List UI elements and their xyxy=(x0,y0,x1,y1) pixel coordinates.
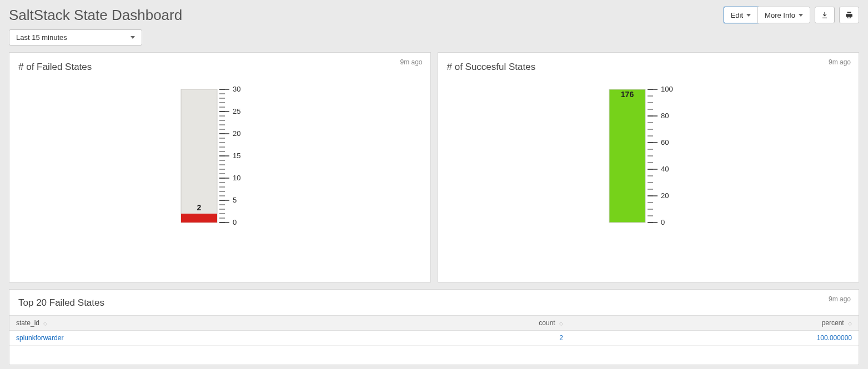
panel-title: Top 20 Failed States xyxy=(9,290,859,309)
failed-states-table: state_id ◇ count ◇ percent ◇ splunkforwa… xyxy=(9,315,859,346)
sort-icon: ◇ xyxy=(559,321,563,326)
more-info-button[interactable]: More Info xyxy=(757,7,810,23)
sort-icon: ◇ xyxy=(43,321,47,326)
svg-text:100: 100 xyxy=(661,85,673,93)
svg-text:20: 20 xyxy=(661,191,669,200)
panel-title: # of Succesful States xyxy=(438,53,859,73)
time-range-picker[interactable]: Last 15 minutes xyxy=(9,29,142,46)
svg-text:15: 15 xyxy=(233,151,240,160)
table-row[interactable]: splunkforwarder2100.000000 xyxy=(9,331,859,346)
svg-text:20: 20 xyxy=(233,129,240,138)
svg-text:0: 0 xyxy=(661,218,665,226)
gauge-failed: 2051015202530 xyxy=(9,73,430,228)
svg-text:40: 40 xyxy=(661,165,669,173)
edit-button[interactable]: Edit xyxy=(724,7,758,23)
panel-success-states: 9m ago # of Succesful States 17602040608… xyxy=(438,52,860,282)
col-label: percent xyxy=(822,319,844,327)
panel-top20-failed: 9m ago Top 20 Failed States state_id ◇ c… xyxy=(9,289,859,365)
svg-text:176: 176 xyxy=(621,90,634,99)
chevron-down-icon xyxy=(799,14,803,17)
more-info-label: More Info xyxy=(765,11,795,19)
panel-title: # of Failed States xyxy=(9,53,430,73)
page-title: SaltStack State Dashboard xyxy=(9,7,182,24)
panel-timestamp: 9m ago xyxy=(829,58,851,66)
col-label: count xyxy=(539,319,555,327)
svg-rect-1 xyxy=(181,214,217,223)
panel-failed-states: 9m ago # of Failed States 2051015202530 xyxy=(9,52,431,282)
sort-icon: ◇ xyxy=(848,321,852,326)
svg-text:80: 80 xyxy=(661,112,669,120)
download-button[interactable] xyxy=(815,7,835,23)
svg-text:60: 60 xyxy=(661,138,669,146)
cell-state-id[interactable]: splunkforwarder xyxy=(9,331,387,346)
svg-text:25: 25 xyxy=(233,107,240,115)
chevron-down-icon xyxy=(131,36,135,39)
print-button[interactable] xyxy=(839,7,859,23)
time-range-label: Last 15 minutes xyxy=(16,33,67,42)
svg-text:30: 30 xyxy=(233,85,240,93)
svg-text:2: 2 xyxy=(197,203,201,212)
svg-text:10: 10 xyxy=(233,174,240,182)
gauge-success: 176020406080100 xyxy=(438,73,859,228)
chevron-down-icon xyxy=(746,14,751,17)
panel-timestamp: 9m ago xyxy=(829,295,851,303)
edit-label: Edit xyxy=(731,11,743,19)
cell-count[interactable]: 2 xyxy=(387,331,570,346)
cell-percent[interactable]: 100.000000 xyxy=(570,331,859,346)
col-state-id[interactable]: state_id ◇ xyxy=(9,316,387,331)
svg-text:0: 0 xyxy=(233,218,237,226)
header-actions: Edit More Info xyxy=(724,7,859,23)
col-label: state_id xyxy=(16,319,39,327)
panel-timestamp: 9m ago xyxy=(400,58,422,66)
col-count[interactable]: count ◇ xyxy=(387,316,570,331)
download-icon xyxy=(821,11,829,19)
svg-rect-0 xyxy=(181,89,217,223)
svg-text:5: 5 xyxy=(233,196,237,204)
svg-rect-48 xyxy=(609,89,645,223)
col-percent[interactable]: percent ◇ xyxy=(570,316,859,331)
print-icon xyxy=(845,11,853,19)
